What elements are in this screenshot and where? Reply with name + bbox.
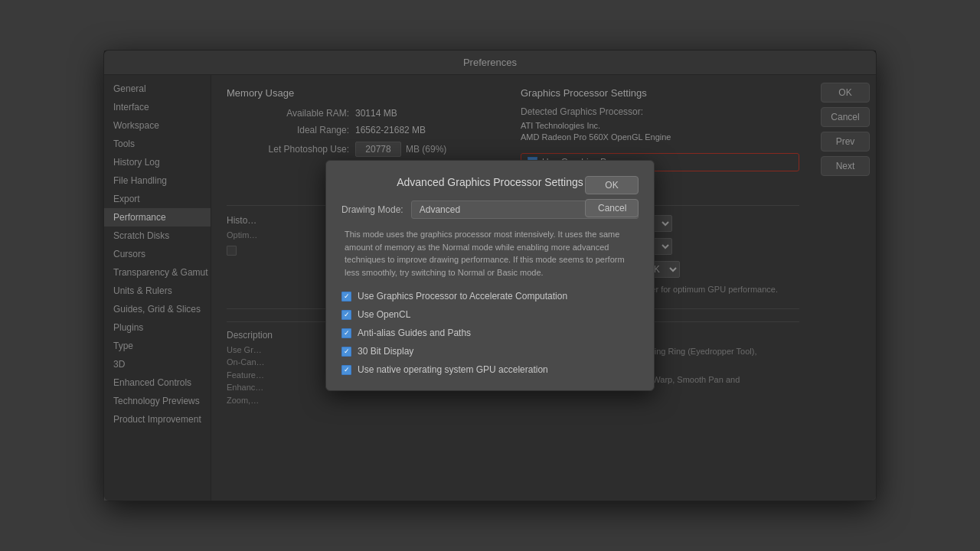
gpu-checkbox-list: Use Graphics Processor to Accelerate Com… (341, 291, 639, 375)
dialog-buttons: OK Cancel (585, 176, 639, 217)
check-row-native-gpu: Use native operating system GPU accelera… (341, 364, 639, 375)
drawing-mode-label: Drawing Mode: (341, 204, 403, 215)
check-row-anti-alias: Anti-alias Guides and Paths (341, 328, 639, 338)
prefs-body: General Interface Workspace Tools Histor… (104, 75, 876, 500)
anti-alias-checkbox[interactable] (341, 328, 351, 338)
use-opencl-checkbox[interactable] (341, 310, 351, 320)
advanced-gpu-dialog: Advanced Graphics Processor Settings OK … (325, 160, 655, 391)
dialog-overlay: Advanced Graphics Processor Settings OK … (104, 75, 876, 500)
native-gpu-label: Use native operating system GPU accelera… (358, 364, 548, 375)
dialog-description: This mode uses the graphics processor mo… (341, 228, 639, 279)
native-gpu-checkbox[interactable] (341, 365, 351, 375)
30bit-display-checkbox[interactable] (341, 347, 351, 357)
30bit-display-label: 30 Bit Display (358, 346, 413, 357)
preferences-window: Preferences General Interface Workspace … (103, 50, 877, 501)
anti-alias-label: Anti-alias Guides and Paths (358, 328, 471, 338)
accelerate-computation-label: Use Graphics Processor to Accelerate Com… (358, 291, 567, 302)
dialog-ok-button[interactable]: OK (585, 176, 639, 194)
use-opencl-label: Use OpenCL (358, 309, 410, 320)
check-row-opencl: Use OpenCL (341, 309, 639, 320)
check-row-accelerate: Use Graphics Processor to Accelerate Com… (341, 291, 639, 302)
check-row-30bit: 30 Bit Display (341, 346, 639, 357)
dialog-cancel-button[interactable]: Cancel (585, 199, 639, 217)
accelerate-computation-checkbox[interactable] (341, 292, 351, 302)
